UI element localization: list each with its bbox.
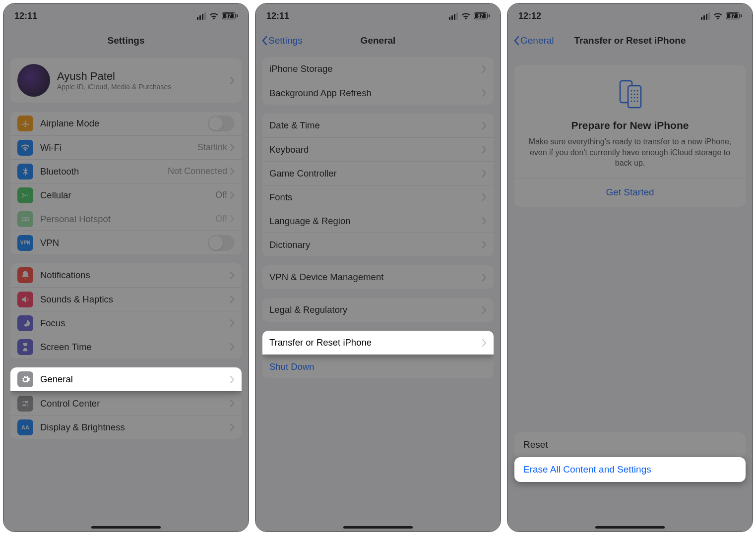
wifi-icon bbox=[461, 12, 471, 20]
chevron-left-icon bbox=[513, 36, 519, 46]
cellular-signal-icon bbox=[197, 12, 206, 20]
svg-point-11 bbox=[631, 94, 632, 95]
row-transfer-reset[interactable]: Transfer or Reset iPhone bbox=[262, 331, 494, 355]
chevron-right-icon bbox=[230, 272, 235, 279]
chevron-right-icon bbox=[230, 376, 235, 383]
cellular-icon bbox=[17, 187, 33, 203]
battery-icon: 87 bbox=[474, 12, 490, 19]
status-time: 12:11 bbox=[14, 11, 37, 21]
chevron-left-icon bbox=[261, 36, 267, 46]
group-reset: Transfer or Reset iPhone Shut Down bbox=[262, 331, 494, 378]
svg-point-9 bbox=[634, 90, 635, 92]
row-sounds[interactable]: Sounds & Haptics bbox=[10, 287, 242, 311]
row-keyboard[interactable]: Keyboard bbox=[262, 137, 494, 161]
status-bar: 12:11 87 bbox=[255, 3, 501, 28]
row-airplane-mode[interactable]: Airplane Mode bbox=[10, 112, 242, 135]
row-date-time[interactable]: Date & Time bbox=[262, 114, 494, 137]
chevron-right-icon bbox=[230, 215, 235, 223]
home-indicator[interactable] bbox=[91, 526, 161, 529]
row-screentime[interactable]: Screen Time bbox=[10, 335, 242, 358]
screentime-icon bbox=[17, 339, 33, 355]
profile-name: Ayush Patel bbox=[57, 70, 230, 83]
group-legal: Legal & Regulatory bbox=[262, 298, 494, 322]
svg-point-0 bbox=[22, 217, 25, 221]
chevron-right-icon bbox=[482, 339, 487, 347]
row-erase-all[interactable]: Erase All Content and Settings bbox=[514, 457, 746, 482]
status-bar: 12:12 87 bbox=[507, 3, 753, 28]
row-cellular[interactable]: Cellular Off bbox=[10, 183, 242, 207]
chevron-right-icon bbox=[230, 168, 235, 175]
chevron-right-icon bbox=[230, 77, 235, 84]
row-hotspot[interactable]: Personal Hotspot Off bbox=[10, 207, 242, 231]
row-control-center[interactable]: Control Center bbox=[10, 391, 242, 415]
chevron-right-icon bbox=[482, 274, 487, 281]
battery-icon: 87 bbox=[222, 12, 238, 19]
svg-rect-7 bbox=[628, 86, 641, 108]
row-vpn[interactable]: VPN VPN bbox=[10, 231, 242, 254]
card-heading: Prepare for New iPhone bbox=[524, 119, 736, 131]
svg-point-13 bbox=[637, 94, 638, 95]
chevron-right-icon bbox=[482, 146, 487, 153]
row-game-controller[interactable]: Game Controller bbox=[262, 161, 494, 185]
svg-point-10 bbox=[637, 90, 638, 92]
group-general: General Control Center AA Display & Brig… bbox=[10, 367, 242, 439]
wifi-icon bbox=[209, 12, 219, 20]
prepare-card: Prepare for New iPhone Make sure everyth… bbox=[514, 65, 746, 207]
apple-id-row[interactable]: Ayush Patel Apple ID, iCloud, Media & Pu… bbox=[10, 58, 242, 103]
row-display-brightness[interactable]: AA Display & Brightness bbox=[10, 415, 242, 439]
home-indicator[interactable] bbox=[595, 526, 665, 529]
bluetooth-icon bbox=[17, 164, 33, 179]
row-background-refresh[interactable]: Background App Refresh bbox=[262, 81, 494, 105]
display-icon: AA bbox=[17, 419, 33, 435]
nav-title: Settings General bbox=[255, 28, 501, 53]
row-bluetooth[interactable]: Bluetooth Not Connected bbox=[10, 159, 242, 183]
row-vpn-management[interactable]: VPN & Device Management bbox=[262, 265, 494, 289]
wifi-settings-icon bbox=[17, 140, 33, 156]
chevron-right-icon bbox=[482, 170, 487, 177]
chevron-right-icon bbox=[230, 144, 235, 151]
focus-icon bbox=[17, 315, 33, 331]
gear-icon bbox=[17, 371, 33, 387]
chevron-right-icon bbox=[230, 343, 235, 351]
sounds-icon bbox=[17, 292, 33, 307]
row-focus[interactable]: Focus bbox=[10, 311, 242, 335]
row-general[interactable]: General bbox=[10, 367, 242, 391]
row-fonts[interactable]: Fonts bbox=[262, 185, 494, 209]
chevron-right-icon bbox=[482, 217, 487, 225]
chevron-right-icon bbox=[230, 191, 235, 199]
row-dictionary[interactable]: Dictionary bbox=[262, 233, 494, 256]
airplane-toggle[interactable] bbox=[208, 116, 235, 131]
row-notifications[interactable]: Notifications bbox=[10, 263, 242, 287]
vpn-icon: VPN bbox=[17, 235, 33, 251]
svg-point-16 bbox=[637, 97, 638, 99]
back-button[interactable]: Settings bbox=[261, 35, 303, 46]
card-body: Make sure everything's ready to transfer… bbox=[524, 136, 736, 169]
status-time: 12:12 bbox=[518, 11, 541, 21]
svg-point-17 bbox=[631, 101, 632, 102]
back-button[interactable]: General bbox=[513, 35, 554, 46]
chevron-right-icon bbox=[482, 122, 487, 129]
svg-point-19 bbox=[637, 101, 638, 102]
row-shutdown[interactable]: Shut Down bbox=[262, 355, 494, 378]
group-attention: Notifications Sounds & Haptics Focus Scr… bbox=[10, 263, 242, 358]
profile-sub: Apple ID, iCloud, Media & Purchases bbox=[57, 83, 230, 91]
chevron-right-icon bbox=[230, 296, 235, 303]
row-iphone-storage[interactable]: iPhone Storage bbox=[262, 57, 494, 81]
row-legal[interactable]: Legal & Regulatory bbox=[262, 298, 494, 322]
screen-general: 12:11 87 Settings General iPhone Storage… bbox=[255, 3, 501, 532]
svg-point-1 bbox=[25, 217, 29, 221]
row-language-region[interactable]: Language & Region bbox=[262, 209, 494, 233]
airplane-icon bbox=[17, 116, 33, 131]
status-bar: 12:11 87 bbox=[3, 3, 249, 28]
home-indicator[interactable] bbox=[343, 526, 413, 529]
screen-transfer-reset: 12:12 87 General Transfer or Reset iPhon… bbox=[507, 3, 753, 532]
get-started-button[interactable]: Get Started bbox=[524, 179, 736, 198]
chevron-right-icon bbox=[230, 423, 235, 431]
battery-icon: 87 bbox=[726, 12, 742, 19]
chevron-right-icon bbox=[230, 400, 235, 407]
svg-point-4 bbox=[23, 401, 25, 403]
nav-title: Settings bbox=[3, 28, 249, 53]
row-wifi[interactable]: Wi-Fi Starlink bbox=[10, 135, 242, 159]
cellular-signal-icon bbox=[449, 12, 458, 20]
vpn-toggle[interactable] bbox=[208, 235, 235, 251]
